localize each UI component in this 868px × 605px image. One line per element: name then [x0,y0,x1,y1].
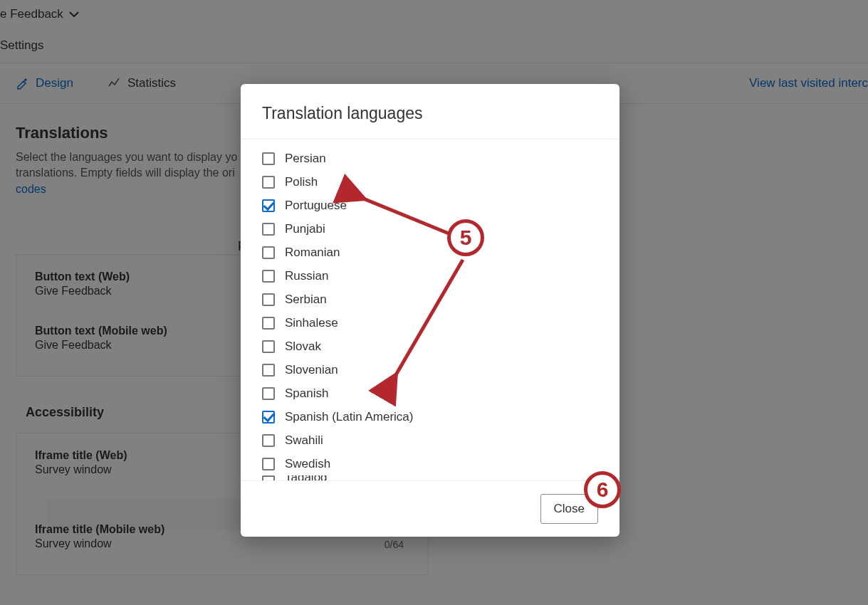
language-row[interactable]: Russian [262,264,598,288]
language-row[interactable]: Sinhalese [262,311,598,335]
language-row[interactable]: Portuguese [262,194,598,217]
language-row[interactable]: Punjabi [262,217,598,241]
page-root: e Feedback Settings Design Statistics Vi… [0,0,868,605]
language-row[interactable]: Slovenian [262,358,598,382]
language-label[interactable]: Romanian [285,246,340,260]
language-checkbox[interactable] [262,475,275,481]
language-label[interactable]: Sinhalese [285,316,338,330]
language-label[interactable]: Russian [285,269,328,283]
annotation-5-label: 5 [460,226,472,250]
language-label[interactable]: Slovenian [285,363,338,377]
language-checkbox[interactable] [262,223,275,236]
language-row[interactable]: Slovak [262,335,598,358]
language-label[interactable]: Punjabi [285,222,325,236]
language-label[interactable]: Serbian [285,293,327,307]
language-label[interactable]: Portuguese [285,199,347,213]
language-row[interactable]: Swahili [262,428,598,452]
language-row[interactable]: Spanish (Latin America) [262,405,598,428]
language-label[interactable]: Slovak [285,340,321,354]
annotation-6: 6 [584,471,621,508]
language-checkbox[interactable] [262,176,275,189]
language-row[interactable]: Persian [262,147,598,170]
language-row[interactable]: Swedish [262,452,598,475]
language-label[interactable]: Persian [285,152,326,166]
language-checkbox[interactable] [262,340,275,353]
language-label[interactable]: Spanish [285,386,328,401]
translation-languages-dialog: Translation languages PersianPolishPortu… [241,84,619,537]
language-checkbox[interactable] [262,152,275,165]
language-row[interactable]: Spanish [262,382,598,405]
language-row[interactable]: Serbian [262,288,598,311]
language-checkbox[interactable] [262,434,275,447]
language-label[interactable]: Polish [285,175,318,189]
language-label[interactable]: Spanish (Latin America) [285,410,413,424]
language-list[interactable]: PersianPolishPortuguesePunjabiRomanianRu… [241,140,619,481]
language-checkbox[interactable] [262,411,275,424]
language-checkbox[interactable] [262,293,275,306]
language-row[interactable]: Romanian [262,241,598,264]
annotation-5: 5 [447,219,484,256]
language-checkbox[interactable] [262,199,275,212]
language-checkbox[interactable] [262,387,275,400]
language-label[interactable]: Tagalog [285,475,328,481]
language-row[interactable]: Polish [262,170,598,194]
language-checkbox[interactable] [262,317,275,330]
language-label[interactable]: Swahili [285,433,323,448]
annotation-6-label: 6 [597,478,609,502]
dialog-footer: Close [241,481,619,537]
language-row[interactable]: Tagalog [262,475,598,481]
dialog-title: Translation languages [241,84,619,140]
language-label[interactable]: Swedish [285,457,330,471]
language-checkbox[interactable] [262,458,275,470]
language-checkbox[interactable] [262,246,275,259]
language-checkbox[interactable] [262,270,275,283]
language-checkbox[interactable] [262,364,275,377]
